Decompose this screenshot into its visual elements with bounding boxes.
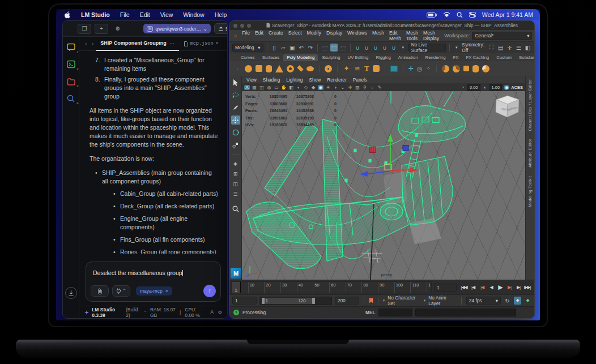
shelf-tab[interactable]: UV Editing [344, 54, 372, 61]
save-scene-icon[interactable]: ▣ [288, 44, 296, 52]
downloads-button[interactable] [65, 287, 77, 299]
tab-close-icon[interactable]: × [215, 41, 218, 46]
tab-ship-component-grouping[interactable]: SHIP Component Grouping ··· [96, 36, 178, 51]
menu-item[interactable]: Create [269, 30, 283, 41]
shelf-tab[interactable]: FX Caching [462, 54, 492, 61]
snap-grid-icon[interactable]: ∪ [354, 44, 361, 52]
menu-view[interactable]: View [155, 11, 178, 18]
snap-surface-icon[interactable]: ∪ [390, 44, 398, 52]
menu-item[interactable]: File [242, 30, 250, 41]
nav-forward-icon[interactable]: › [90, 40, 96, 47]
panel-menu-item[interactable]: Panels [353, 77, 367, 83]
lighting-icon[interactable]: ☀ [325, 85, 331, 90]
platonic-solid-icon[interactable] [325, 65, 332, 72]
go-to-start-button[interactable]: |◀◀ [460, 284, 468, 292]
construction-plane-icon[interactable]: ✛ [408, 65, 414, 72]
menu-app-name[interactable]: LM Studio [76, 11, 115, 18]
scale-tool-icon[interactable] [231, 140, 240, 149]
ao-icon[interactable]: ◒ [340, 85, 346, 90]
panel-menu-item[interactable]: Lighting [286, 77, 303, 83]
wireframe-icon[interactable]: ◇ [303, 85, 309, 90]
chevron-up-icon[interactable]: ⌃ [143, 310, 147, 315]
pill-close-icon[interactable]: × [165, 288, 168, 294]
remesh-icon[interactable] [390, 66, 398, 72]
next-key-button[interactable]: ▶| [514, 284, 522, 292]
chat-input-box[interactable]: Deselect the miscellaneous group ⌃ maya-… [86, 262, 221, 302]
next-frame-button[interactable]: ▶| [505, 284, 513, 292]
bookmark-icon[interactable] [369, 298, 373, 304]
settings-gear-icon[interactable]: ⚙ [218, 310, 222, 315]
gamma-icon[interactable]: ◖ [482, 85, 488, 90]
panel-menu-item[interactable]: Shading [263, 77, 280, 83]
menu-edit[interactable]: Edit [135, 11, 155, 18]
grease-icon[interactable]: ✎ [377, 85, 382, 90]
prev-key-button[interactable]: |◀ [469, 284, 477, 292]
mel-input[interactable] [378, 309, 412, 316]
exposure-value[interactable]: 0.00 [467, 84, 480, 91]
fps-selector[interactable]: 24 fps▾ [466, 297, 501, 305]
anim-end-field[interactable]: 200 [335, 297, 359, 305]
locator-icon[interactable]: ◎ [417, 65, 423, 72]
shelf-tab[interactable]: Rigging [372, 54, 394, 61]
boolean-difference-icon[interactable] [451, 63, 461, 74]
panel-menu-item[interactable]: Renderer [327, 77, 347, 83]
search-icon[interactable] [457, 12, 463, 18]
poly-torus-icon[interactable] [287, 65, 294, 72]
poly-disc-icon[interactable] [306, 66, 314, 71]
go-to-end-button[interactable]: ▶▶| [523, 284, 531, 292]
color-management-icon[interactable]: ◉ [504, 85, 509, 90]
rail-developer-icon[interactable]: 2 [66, 59, 76, 69]
boolean-union-icon[interactable] [442, 65, 449, 72]
attach-file-button[interactable] [91, 285, 109, 297]
tool-settings-icon[interactable]: ◧ [524, 44, 531, 52]
menu-file[interactable]: File [115, 11, 135, 18]
live-surface-field[interactable]: No Live Surface [408, 44, 446, 52]
layout-outliner-icon[interactable]: ☰ [231, 191, 240, 198]
redo-icon[interactable]: ↷ [306, 44, 314, 52]
separate-icon[interactable] [472, 65, 479, 72]
shelf-tab[interactable]: Custom [493, 54, 515, 61]
script-output-field[interactable] [415, 309, 516, 316]
character-set-selector[interactable]: No Character Set [388, 295, 421, 306]
playback-loop-icon[interactable]: ↻ [504, 297, 511, 305]
menu-help[interactable]: Help [210, 11, 232, 18]
shelf-tab[interactable]: Rendering [422, 54, 449, 61]
chat-input[interactable]: Deselect the miscellaneous group [93, 269, 182, 276]
poly-cone-icon[interactable] [275, 65, 283, 72]
select-object-icon[interactable]: ⬚ [330, 44, 338, 52]
layout-single-icon[interactable]: ◈ [231, 160, 240, 167]
rotate-tool-icon[interactable] [231, 128, 240, 137]
gamma-value[interactable]: 1.00 [489, 84, 503, 91]
menu-item[interactable]: Mesh Tools [406, 30, 418, 41]
textured-icon[interactable]: ◉ [318, 85, 323, 90]
user-icon[interactable] [210, 310, 214, 315]
nav-back-icon[interactable]: ‹ [83, 40, 90, 47]
play-backwards-button[interactable]: ◀ [487, 284, 495, 292]
timeline-ruler[interactable]: 0102030405060708090100110 1 1 [231, 281, 432, 293]
eject-model-button[interactable]: Eject [214, 23, 228, 34]
sidebar-tab[interactable]: Channel Box / Layer Editor [528, 79, 532, 131]
sidebar-tab[interactable]: Modeling Toolkit [528, 176, 532, 207]
menu-item[interactable]: Edit [255, 30, 263, 41]
motion-blur-icon[interactable]: ✛ [347, 85, 353, 90]
auto-key-icon[interactable]: ⬥ [514, 297, 521, 305]
lock-icon[interactable] [534, 33, 535, 38]
image-plane-icon[interactable]: ▭ [274, 85, 279, 90]
model-selector[interactable]: M qwen/qwen3-coder… ⌄ [143, 24, 211, 33]
hypershade-icon[interactable]: ▤ [497, 44, 504, 52]
sweep-mesh-icon[interactable]: ✦ [343, 65, 350, 72]
lock-camera-icon[interactable]: ▦ [252, 85, 257, 90]
zoom-tool-icon[interactable] [231, 204, 240, 213]
zoom-button[interactable] [247, 24, 251, 28]
select-hierarchy-icon[interactable]: ⬚ [321, 44, 329, 52]
chevron-down-icon[interactable]: ▾ [399, 44, 407, 52]
attribute-spreadsheet-icon[interactable]: ☰ [515, 44, 522, 52]
anim-layer-selector[interactable]: No Anim Layer [428, 295, 457, 306]
chevron-down-icon[interactable]: ▾ [453, 44, 460, 52]
control-center-icon[interactable] [469, 12, 476, 18]
2d-pan-zoom-icon[interactable]: ✋ [281, 85, 287, 90]
wifi-icon[interactable] [443, 12, 450, 18]
shelf-tab[interactable]: Poly Modeling [283, 54, 318, 61]
combine-icon[interactable] [463, 66, 469, 71]
settings-gear-icon[interactable]: ⚙ [112, 24, 124, 33]
